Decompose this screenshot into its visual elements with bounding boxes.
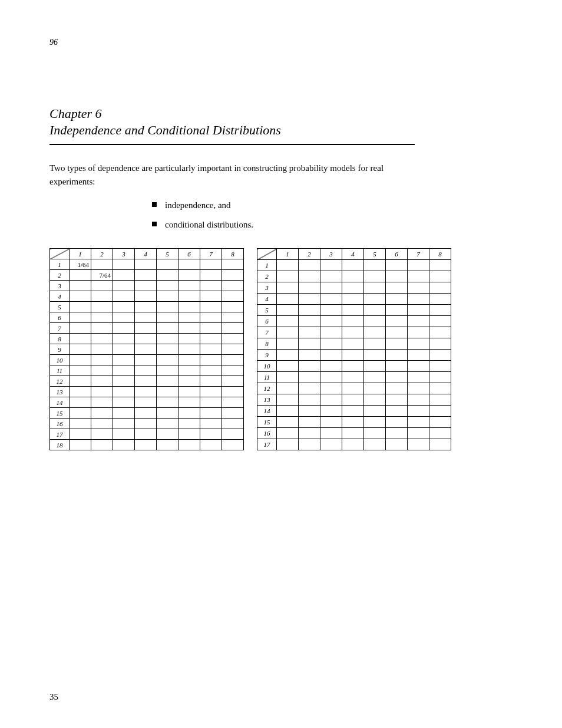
cell (364, 439, 386, 450)
cell (91, 312, 113, 323)
col-header: 6 (386, 249, 408, 260)
cell (299, 361, 320, 372)
square-bullet-icon (152, 222, 157, 226)
cell (178, 387, 200, 397)
cell (157, 429, 178, 440)
cell (91, 376, 113, 387)
cell (113, 376, 135, 387)
table-row: 7 (50, 323, 244, 334)
cell (429, 305, 451, 316)
cell (178, 419, 200, 429)
cell (113, 387, 135, 397)
table-row: 3 (50, 281, 244, 291)
cell (113, 302, 135, 312)
cell (91, 281, 113, 291)
cell (113, 323, 135, 334)
cell (320, 361, 342, 372)
bullet-text: independence, and (165, 199, 231, 212)
row-header: 10 (50, 355, 70, 365)
cell (135, 259, 157, 270)
cell (342, 361, 364, 372)
cell (277, 417, 299, 428)
cell (113, 365, 135, 376)
cell (408, 439, 429, 450)
row-header: 12 (257, 383, 277, 394)
col-header: 5 (364, 249, 386, 260)
cell (386, 439, 408, 450)
cell (299, 316, 320, 327)
cell (91, 355, 113, 365)
cell (70, 312, 91, 323)
cell (429, 383, 451, 394)
cell (364, 260, 386, 271)
cell (320, 294, 342, 305)
row-header: 10 (257, 361, 277, 372)
cell (408, 406, 429, 417)
table-row: 4 (50, 291, 244, 302)
cell (200, 376, 222, 387)
cell (277, 260, 299, 271)
cell (70, 270, 91, 281)
cell (408, 383, 429, 394)
cell (113, 291, 135, 302)
cell (429, 338, 451, 350)
list-item: conditional distributions. (49, 218, 415, 232)
cell (200, 281, 222, 291)
row-header: 2 (257, 271, 277, 282)
cell (70, 365, 91, 376)
cell (222, 376, 244, 387)
row-header: 2 (50, 270, 70, 281)
cell (429, 260, 451, 271)
row-header: 18 (50, 440, 70, 450)
row-header: 3 (257, 282, 277, 294)
cell (200, 334, 222, 344)
table-row: 16 (50, 419, 244, 429)
intro-paragraph: Two types of dependence are particularly… (49, 162, 415, 189)
cell (113, 440, 135, 450)
col-header: 8 (429, 249, 451, 260)
cell (408, 282, 429, 294)
cell (299, 327, 320, 338)
cell (320, 372, 342, 383)
cell (135, 429, 157, 440)
cell (277, 316, 299, 327)
cell (277, 282, 299, 294)
cell (429, 406, 451, 417)
cell (320, 439, 342, 450)
table-row: 11 (50, 365, 244, 376)
row-header: 4 (257, 294, 277, 305)
cell (364, 271, 386, 282)
table-row: 4 (257, 294, 451, 305)
cell (157, 355, 178, 365)
cell (113, 397, 135, 408)
cell (91, 344, 113, 355)
col-header: 3 (320, 249, 342, 260)
row-header: 7 (257, 327, 277, 338)
cell (277, 394, 299, 406)
cell (222, 323, 244, 334)
cell (299, 372, 320, 383)
cell (342, 383, 364, 394)
cell (200, 397, 222, 408)
corner-cell (257, 249, 277, 260)
cell (222, 344, 244, 355)
cell (386, 428, 408, 439)
cell (113, 334, 135, 344)
cell (299, 282, 320, 294)
cell (157, 270, 178, 281)
table-row: 12 (50, 376, 244, 387)
row-header: 16 (50, 419, 70, 429)
cell (364, 383, 386, 394)
cell (320, 327, 342, 338)
cell (135, 419, 157, 429)
cell (157, 259, 178, 270)
cell (70, 419, 91, 429)
cell (299, 294, 320, 305)
cell (342, 338, 364, 350)
cell (113, 259, 135, 270)
table-row: 5 (50, 302, 244, 312)
cell (320, 260, 342, 271)
col-header: 7 (408, 249, 429, 260)
cell (429, 372, 451, 383)
cell (91, 302, 113, 312)
